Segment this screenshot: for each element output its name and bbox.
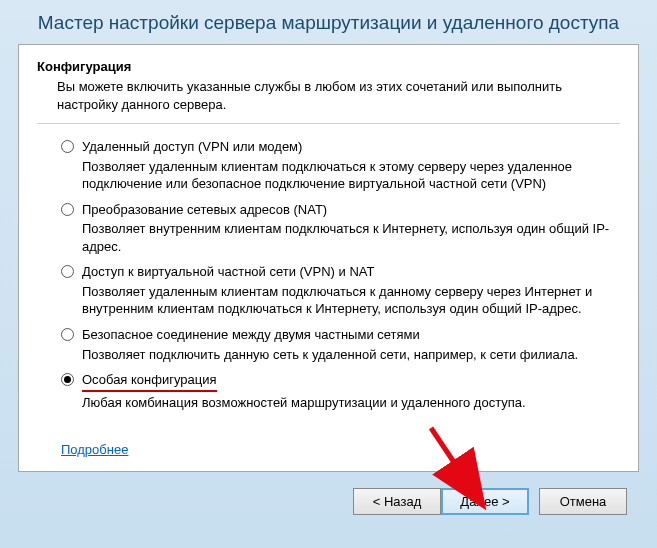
divider bbox=[37, 123, 620, 124]
options-group: Удаленный доступ (VPN или модем) Позволя… bbox=[61, 138, 620, 411]
option-vpn-nat[interactable]: Доступ к виртуальной частной сети (VPN) … bbox=[61, 263, 620, 318]
option-desc: Позволяет внутренним клиентам подключать… bbox=[82, 220, 620, 255]
radio-vpn-nat[interactable] bbox=[61, 265, 74, 278]
next-button[interactable]: Далее > bbox=[441, 488, 529, 515]
radio-nat[interactable] bbox=[61, 203, 74, 216]
back-button[interactable]: < Назад bbox=[353, 488, 441, 515]
radio-secure-connection[interactable] bbox=[61, 328, 74, 341]
section-description: Вы можете включить указанные службы в лю… bbox=[57, 78, 620, 113]
option-vpn-modem[interactable]: Удаленный доступ (VPN или модем) Позволя… bbox=[61, 138, 620, 193]
wizard-title: Мастер настройки сервера маршрутизации и… bbox=[4, 4, 653, 40]
option-desc: Позволяет удаленным клиентам подключатьс… bbox=[82, 158, 620, 193]
option-desc: Позволяет подключить данную сеть к удале… bbox=[82, 346, 620, 364]
radio-custom-config[interactable] bbox=[61, 373, 74, 386]
more-info-link[interactable]: Подробнее bbox=[61, 442, 128, 457]
nav-button-group: < Назад Далее > bbox=[353, 488, 529, 515]
option-label: Безопасное соединение между двумя частны… bbox=[82, 326, 420, 344]
option-label: Удаленный доступ (VPN или модем) bbox=[82, 138, 302, 156]
button-bar: < Назад Далее > Отмена bbox=[4, 482, 653, 515]
section-heading: Конфигурация bbox=[37, 59, 620, 74]
option-label: Доступ к виртуальной частной сети (VPN) … bbox=[82, 263, 374, 281]
wizard-window: Мастер настройки сервера маршрутизации и… bbox=[0, 0, 657, 548]
radio-vpn-modem[interactable] bbox=[61, 140, 74, 153]
option-label: Преобразование сетевых адресов (NAT) bbox=[82, 201, 327, 219]
option-label: Особая конфигурация bbox=[82, 371, 217, 392]
option-secure-connection[interactable]: Безопасное соединение между двумя частны… bbox=[61, 326, 620, 363]
option-nat[interactable]: Преобразование сетевых адресов (NAT) Поз… bbox=[61, 201, 620, 256]
option-desc: Позволяет удаленным клиентам подключатьс… bbox=[82, 283, 620, 318]
option-desc: Любая комбинация возможностей маршрутиза… bbox=[82, 394, 620, 412]
cancel-button[interactable]: Отмена bbox=[539, 488, 627, 515]
config-panel: Конфигурация Вы можете включить указанны… bbox=[18, 44, 639, 472]
option-custom-config[interactable]: Особая конфигурация Любая комбинация воз… bbox=[61, 371, 620, 411]
